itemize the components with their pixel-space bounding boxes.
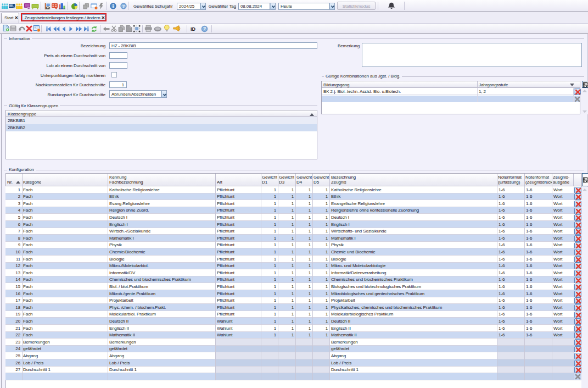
svg-text:?: ?: [122, 4, 125, 9]
svg-text:?: ?: [203, 26, 205, 31]
